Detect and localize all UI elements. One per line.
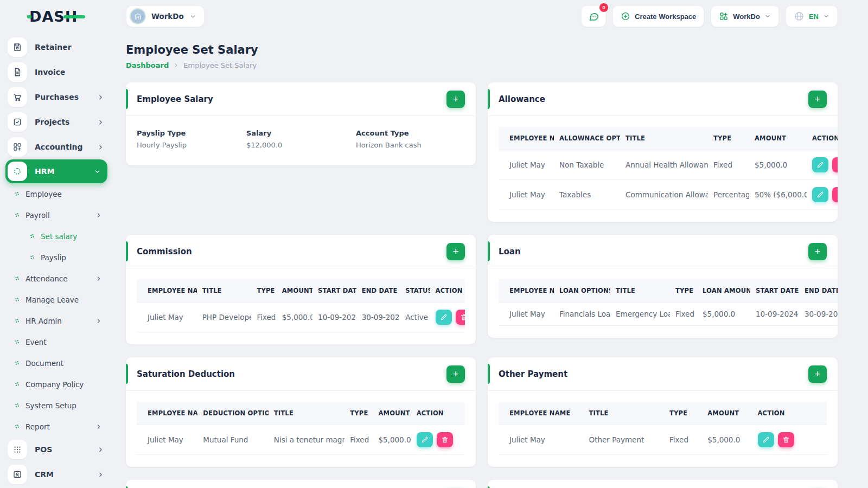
column-header: AMOUNT [277, 279, 312, 303]
create-workspace-label: Create Workspace [635, 12, 696, 21]
card-employee-salary: Employee Salary + Payslip Type Hourly Pa… [126, 82, 476, 165]
table-cell: Taxables [554, 180, 620, 210]
chevron-down-icon [189, 13, 196, 20]
table-cell: Fixed [344, 425, 373, 455]
loan-table: EMPLOYEE NAME LOAN OPTIONS TITLE TYPE LO… [499, 279, 838, 326]
delete-button[interactable] [456, 310, 465, 325]
sidebar-item-hr-admin[interactable]: HR Admin [0, 310, 113, 331]
messages-icon [588, 11, 599, 22]
column-header: TYPE [664, 402, 702, 425]
table-cell: Percentage [708, 180, 749, 210]
sidebar-item-payroll[interactable]: Payroll [0, 204, 113, 226]
chevron-right-icon [95, 275, 102, 282]
table-cell: Emergency Loan [610, 303, 670, 326]
bullet-icon [15, 319, 19, 323]
sidebar-item-projects[interactable]: Projects [0, 110, 113, 134]
other-payment-table: EMPLOYEE NAME TITLE TYPE AMOUNT ACTION J… [499, 402, 827, 455]
table-cell: 30-09-2024 [356, 303, 400, 332]
table-cell: Active [400, 303, 430, 332]
edit-button[interactable] [417, 432, 433, 447]
chevron-right-icon [97, 94, 104, 101]
edit-button[interactable] [436, 310, 452, 325]
sidebar-item-event[interactable]: Event [0, 331, 113, 352]
table-cell: 50% ($6,000.0) [749, 180, 807, 210]
table-cell: 30-09-2024 [799, 303, 838, 326]
page-title: Employee Set Salary [126, 43, 838, 56]
column-header: END DATE [799, 279, 838, 303]
edit-button[interactable] [812, 187, 828, 202]
messages-button[interactable]: 0 [581, 5, 606, 27]
invoice-icon [8, 62, 27, 82]
card-commission: Commission + EMPLOYEE NAME TITLE TYPE AM… [126, 235, 476, 344]
sidebar-item-retainer[interactable]: Retainer [0, 35, 113, 60]
plus-icon: + [814, 369, 820, 379]
add-saturation-deduction-button[interactable]: + [446, 365, 465, 383]
workspace-selector[interactable]: WorkDo [126, 5, 205, 27]
messages-badge: 0 [599, 3, 608, 12]
language-selector[interactable]: EN [786, 5, 838, 27]
bullet-icon [15, 213, 19, 217]
edit-button[interactable] [812, 157, 828, 172]
brand-logo[interactable]: DASH [29, 8, 78, 25]
delete-button[interactable] [778, 432, 794, 447]
sidebar-item-company-policy[interactable]: Company Policy [0, 374, 113, 395]
bullet-icon [15, 425, 19, 428]
breadcrumb-dashboard-link[interactable]: Dashboard [126, 61, 169, 69]
delete-button[interactable] [437, 432, 453, 447]
plus-icon: + [452, 94, 458, 104]
sidebar-item-employee[interactable]: Employee [0, 183, 113, 204]
card-loan: Loan + EMPLOYEE NAME LOAN OPTIONS TITLE … [488, 235, 838, 338]
sidebar-item-payslip[interactable]: Payslip [0, 247, 113, 268]
add-other-payment-button[interactable]: + [808, 365, 827, 383]
plus-icon: + [814, 246, 820, 256]
delete-button[interactable] [832, 187, 838, 202]
delete-button[interactable] [832, 157, 838, 172]
workdo-menu-button[interactable]: WorkDo [711, 5, 779, 27]
field-payslip-type: Payslip Type Hourly Payslip [137, 129, 246, 149]
table-cell: Juliet May [499, 150, 554, 180]
sidebar-item-crm[interactable]: CRM [0, 462, 113, 487]
sidebar-item-system-setup[interactable]: System Setup [0, 395, 113, 416]
add-allowance-button[interactable]: + [808, 91, 827, 108]
table-cell: Fixed [708, 150, 749, 180]
card-company-contribution: Company Contribution + [488, 480, 838, 488]
sidebar-item-manage-leave[interactable]: Manage Leave [0, 289, 113, 310]
add-loan-button[interactable]: + [808, 243, 827, 260]
table-cell: Fixed [664, 425, 702, 455]
column-header: EMPLOYEE NAME [499, 279, 554, 303]
card-title: Allowance [499, 94, 545, 104]
workdo-menu-label: WorkDo [733, 12, 760, 21]
column-header: TITLE [610, 279, 670, 303]
tasks-icon [8, 112, 27, 132]
field-salary: Salary $12,000.0 [246, 129, 356, 149]
add-commission-button[interactable]: + [446, 243, 465, 260]
column-header: ACTION [807, 127, 838, 150]
sidebar-item-purchases[interactable]: Purchases [0, 85, 113, 110]
edit-icon [816, 161, 824, 169]
column-header: TYPE [344, 402, 373, 425]
save-icon [8, 37, 27, 57]
edit-button[interactable] [758, 432, 774, 447]
sidebar-item-invoice[interactable]: Invoice [0, 60, 113, 85]
sidebar-item-accounting[interactable]: Accounting [0, 134, 113, 159]
logo-accent-bar [63, 15, 85, 18]
card-title: Commission [137, 247, 192, 256]
sidebar-item-report[interactable]: Report [0, 416, 113, 437]
table-cell: $5,000.0 [702, 425, 752, 455]
column-header: STATUS [400, 279, 430, 303]
column-header: ALLOWNACE OPTION [554, 127, 620, 150]
column-header: AMOUNT [749, 127, 807, 150]
delete-icon [441, 436, 449, 444]
create-workspace-button[interactable]: Create Workspace [612, 5, 704, 27]
add-employee-salary-button[interactable]: + [446, 91, 465, 108]
column-header: TYPE [708, 127, 749, 150]
sidebar-item-attendance[interactable]: Attendance [0, 268, 113, 289]
sidebar-item-set-salary[interactable]: Set salary [0, 226, 113, 247]
sidebar-item-pos[interactable]: POS [0, 437, 113, 462]
table-cell: Annual Health Allowance [620, 150, 708, 180]
column-header: START DATE [750, 279, 799, 303]
sidebar-item-hrm[interactable]: HRM [5, 159, 107, 183]
sidebar-item-document[interactable]: Document [0, 352, 113, 374]
plus-icon: + [452, 246, 458, 256]
breadcrumb: Dashboard Employee Set Salary [126, 61, 838, 69]
